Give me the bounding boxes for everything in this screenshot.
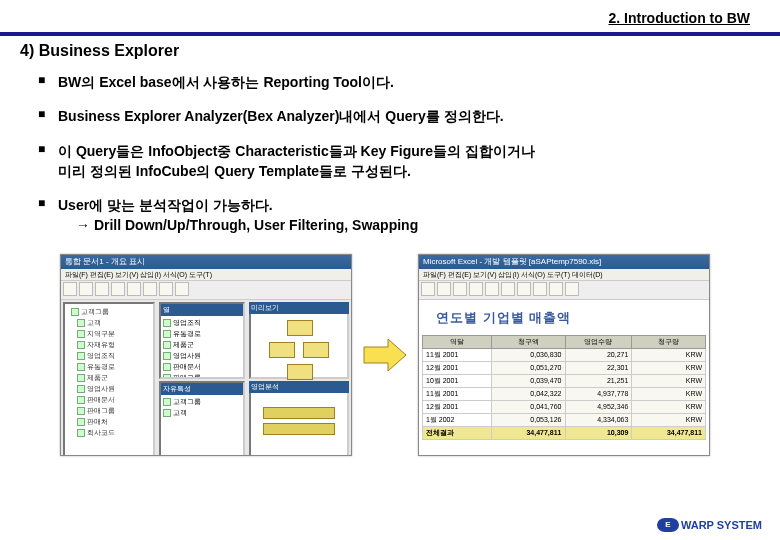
toolbar-button[interactable] [549,282,563,296]
toolbar-button[interactable] [111,282,125,296]
list-item[interactable]: 고객 [163,408,241,419]
cube-icon [77,407,85,415]
cube-icon [163,341,171,349]
panel-title: 열 [161,304,243,316]
cube-icon [77,385,85,393]
toolbar-button[interactable] [565,282,579,296]
cube-icon [77,319,85,327]
figures-row: 통합 문서1 - 개요 표시 파일(F) 편집(E) 보기(V) 삽입(I) 서… [20,250,750,456]
preview-panel: 미리보기 [249,302,349,379]
tree-item[interactable]: 영업조직 [67,351,151,362]
bullet-1: BW의 Excel base에서 사용하는 Reporting Tool이다. [38,72,750,92]
list-item[interactable]: 영업조직 [163,318,241,329]
cube-icon [163,374,171,378]
diagram-block [263,423,335,435]
table-row[interactable]: 12월 20010,051,27022,301KRW [423,361,706,374]
toolbar-button[interactable] [469,282,483,296]
cube-icon [163,363,171,371]
window-titlebar: Microsoft Excel - 개발 템플릿 [aSAPtemp7590.x… [419,255,709,269]
tree-item[interactable]: 판매처 [67,417,151,428]
tree-item[interactable]: 고객 [67,318,151,329]
table-row[interactable]: 11월 20010,042,3224,937,778KRW [423,387,706,400]
toolbar-button[interactable] [143,282,157,296]
bullet-3-line1: 이 Query들은 InfoObject중 Characteristic들과 K… [58,143,535,159]
bullet-2: Business Explorer Analyzer(Bex Analyzer)… [38,106,750,126]
bullet-list: BW의 Excel base에서 사용하는 Reporting Tool이다. … [20,72,750,236]
list-item[interactable]: 판매그룹 [163,373,241,379]
page-header: 2. Introduction to BW [0,0,780,36]
bullet-3-line2: 미리 정의된 InfoCube의 Query Template들로 구성된다. [58,161,750,181]
col-header[interactable]: 청구액 [491,335,565,348]
content-area: 4) Business Explorer BW의 Excel base에서 사용… [0,36,780,456]
cube-icon [163,409,171,417]
list-item[interactable]: 판매문서 [163,362,241,373]
list-item[interactable]: 고객그룹 [163,397,241,408]
toolbar-button[interactable] [517,282,531,296]
toolbar-button[interactable] [421,282,435,296]
toolbar-button[interactable] [453,282,467,296]
tree-item[interactable]: 자재유형 [67,340,151,351]
bullet-3: 이 Query들은 InfoObject중 Characteristic들과 K… [38,141,750,182]
window-toolbar [61,281,351,300]
diagram-block [287,320,313,336]
toolbar-button[interactable] [175,282,189,296]
screenshot-excel-result: Microsoft Excel - 개발 템플릿 [aSAPtemp7590.x… [418,254,710,456]
tree-item[interactable]: 제품군 [67,373,151,384]
toolbar-button[interactable] [127,282,141,296]
col-header[interactable]: 청구량 [632,335,706,348]
tree-item[interactable]: 판매문서 [67,395,151,406]
table-row[interactable]: 1월 20020,053,1264,334,063KRW [423,413,706,426]
section-subtitle: 4) Business Explorer [20,42,750,60]
tree-item[interactable]: 영업사원 [67,384,151,395]
toolbar-button[interactable] [63,282,77,296]
list-item[interactable]: 제품군 [163,340,241,351]
tree-item[interactable]: 고객그룹 [67,307,151,318]
tree-panel[interactable]: 고객그룹 고객 지역구분 자재유형 영업조직 유통경로 제품군 영업사원 판매문… [63,302,155,456]
tree-item[interactable]: 유통경로 [67,362,151,373]
toolbar-button[interactable] [501,282,515,296]
analysis-panel: 영업분석 [249,381,349,456]
footer-logo: EWARP SYSTEM [657,518,762,532]
diagram-block [269,342,295,358]
toolbar-button[interactable] [437,282,451,296]
bullet-4: User에 맞는 분석작업이 가능하다. → Drill Down/Up/Thr… [38,195,750,236]
bullet-4-line2: → Drill Down/Up/Through, User Filtering,… [58,215,750,235]
cube-icon [77,396,85,404]
diagram-block [303,342,329,358]
diagram-block [287,364,313,380]
cube-icon [163,352,171,360]
cube-icon [77,363,85,371]
cube-icon [77,352,85,360]
toolbar-button[interactable] [533,282,547,296]
toolbar-button[interactable] [95,282,109,296]
diagram-block [263,407,335,419]
logo-text: WARP SYSTEM [681,519,762,531]
panel-title: 자유특성 [161,383,243,395]
window-toolbar [419,281,709,300]
bullet-4-line1: User에 맞는 분석작업이 가능하다. [58,197,273,213]
table-row[interactable]: 12월 20010,041,7604,952,346KRW [423,400,706,413]
col-header[interactable]: 영업수량 [565,335,632,348]
toolbar-button[interactable] [485,282,499,296]
tree-item[interactable]: 지역구분 [67,329,151,340]
col-header[interactable]: 역달 [423,335,492,348]
tree-item[interactable]: 판매그룹 [67,406,151,417]
cube-icon [163,319,171,327]
panel-title: 영업분석 [249,381,349,393]
list-item[interactable]: 유통경로 [163,329,241,340]
cube-icon [77,341,85,349]
table-total-row[interactable]: 전체결과34,477,81110,30934,477,811 [423,426,706,439]
columns-panel[interactable]: 열 영업조직 유통경로 제품군 영업사원 판매문서 판매그룹 [159,302,245,379]
tree-item[interactable]: 회사코드 [67,428,151,439]
screenshot-query-designer: 통합 문서1 - 개요 표시 파일(F) 편집(E) 보기(V) 삽입(I) 서… [60,254,352,456]
toolbar-button[interactable] [159,282,173,296]
cube-icon [77,374,85,382]
free-char-panel[interactable]: 자유특성 고객그룹 고객 [159,381,245,456]
list-item[interactable]: 영업사원 [163,351,241,362]
table-header-row: 역달 청구액 영업수량 청구량 [423,335,706,348]
table-row[interactable]: 10월 20010,039,47021,251KRW [423,374,706,387]
toolbar-button[interactable] [79,282,93,296]
logo-badge-icon: E [657,518,679,532]
window-menubar: 파일(F) 편집(E) 보기(V) 삽입(I) 서식(O) 도구(T) [61,269,351,281]
table-row[interactable]: 11월 20010,036,83020,271KRW [423,348,706,361]
